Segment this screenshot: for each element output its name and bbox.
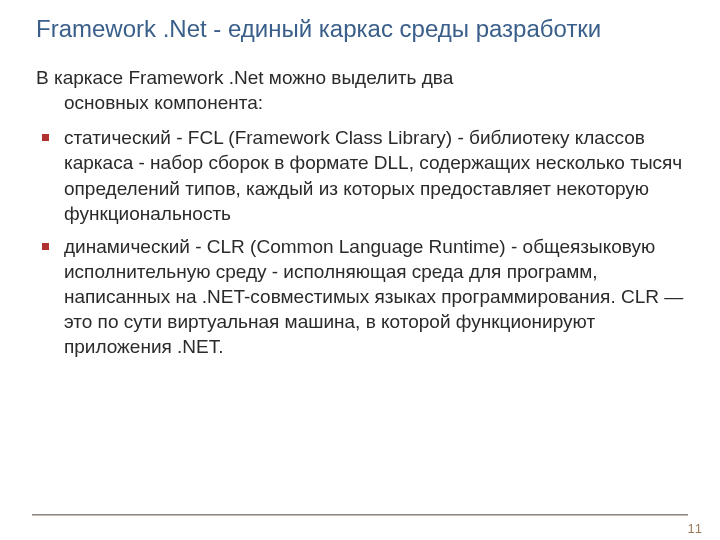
square-bullet-icon	[42, 243, 49, 250]
intro-line-1: В каркасе Framework .Net можно выделить …	[36, 67, 453, 88]
bullet-text: статический - FCL (Framework Class Libra…	[64, 127, 682, 223]
bullet-list: статический - FCL (Framework Class Libra…	[32, 125, 688, 359]
square-bullet-icon	[42, 134, 49, 141]
list-item: статический - FCL (Framework Class Libra…	[64, 125, 688, 225]
intro-paragraph: В каркасе Framework .Net можно выделить …	[32, 66, 688, 115]
list-item: динамический - CLR (Common Language Runt…	[64, 234, 688, 359]
slide-container: Framework .Net - единый каркас среды раз…	[0, 0, 720, 540]
page-number: 11	[688, 521, 702, 536]
footer-divider	[32, 514, 688, 516]
bullet-text: динамический - CLR (Common Language Runt…	[64, 236, 683, 357]
intro-line-2: основных компонента:	[36, 91, 688, 116]
slide-title: Framework .Net - единый каркас среды раз…	[32, 14, 688, 44]
